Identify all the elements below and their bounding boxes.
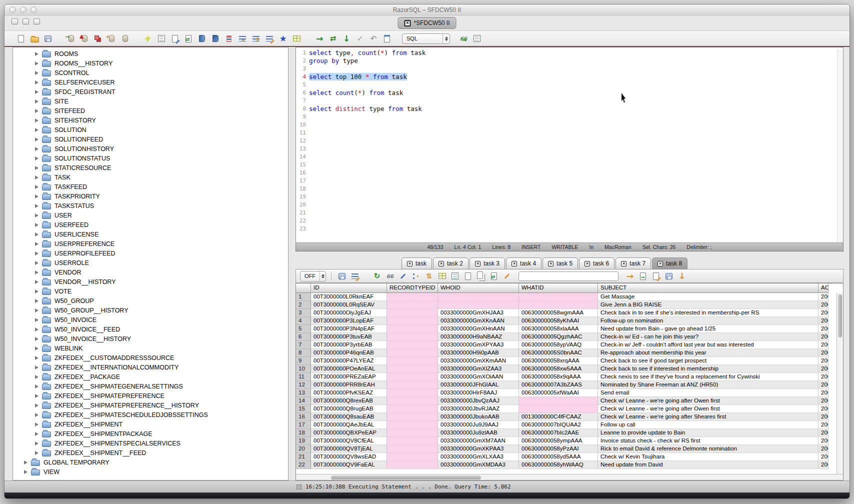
- tree-view-icon[interactable]: [410, 270, 422, 282]
- preferences-icon[interactable]: [156, 33, 167, 44]
- editor-vertical-scrollbar[interactable]: [837, 49, 843, 242]
- sql-line-3[interactable]: [309, 65, 837, 73]
- cell-whatid[interactable]: 006300000058ympAAA: [519, 437, 598, 445]
- cell-rownum[interactable]: 11: [296, 373, 311, 381]
- cell-subject[interactable]: Leanne to provide update to Bain: [598, 429, 818, 437]
- cell-subject[interactable]: Need update from Bain - gave go ahead 1/…: [598, 325, 818, 333]
- book-icon[interactable]: [196, 33, 208, 44]
- close-tab-icon[interactable]: ×: [475, 261, 480, 266]
- disclosure-triangle-icon[interactable]: [35, 413, 38, 417]
- cell-rownum[interactable]: 9: [296, 357, 311, 365]
- cell-rownum[interactable]: 7: [296, 341, 311, 349]
- tree-item-vendor-history[interactable]: VENDOR__HISTORY: [13, 277, 288, 286]
- disclosure-triangle-icon[interactable]: [35, 80, 38, 84]
- cell-ac[interactable]: 200: [818, 453, 828, 461]
- tree-item-zkfedex-internationalcommodity[interactable]: ZKFEDEX__INTERNATIONALCOMMODITY: [13, 362, 288, 372]
- disclosure-triangle-icon[interactable]: [35, 156, 38, 160]
- cell-id[interactable]: 00T3000000Q8sauEAB: [311, 413, 387, 421]
- disclosure-triangle-icon[interactable]: [35, 337, 38, 341]
- cell-whoid[interactable]: 0033000000GmXOiAAN: [438, 373, 519, 381]
- sql-line-6[interactable]: select count(*) from task: [309, 89, 837, 97]
- cell-recordtypeid[interactable]: [387, 389, 438, 397]
- cell-rownum[interactable]: 1: [296, 293, 311, 301]
- sql-line-16[interactable]: [309, 169, 837, 177]
- tree-item-w50-group-history[interactable]: W50_GROUP__HISTORY: [13, 306, 288, 315]
- disclosure-triangle-icon[interactable]: [35, 242, 38, 246]
- cell-subject[interactable]: Check back to see if interested in membe…: [598, 365, 818, 373]
- disclosure-triangle-icon[interactable]: [35, 308, 38, 312]
- cell-whoid[interactable]: 0033000000GmXHJAA3: [438, 309, 519, 317]
- column-header-rownum[interactable]: [296, 284, 311, 293]
- sql-line-4[interactable]: select top 100 * from task: [309, 73, 837, 81]
- column-header-id[interactable]: ID: [311, 284, 387, 293]
- cell-whatid[interactable]: 00630000007bIQUAA2: [519, 421, 598, 429]
- cell-rownum[interactable]: 18: [296, 429, 311, 437]
- disclosure-triangle-icon[interactable]: [35, 394, 38, 398]
- cell-ac[interactable]: 200: [818, 405, 828, 413]
- cell-rownum[interactable]: 20: [296, 445, 311, 453]
- disclosure-triangle-icon[interactable]: [35, 451, 38, 455]
- tree-item-w50-invoice-history[interactable]: W50_INVOICE__HISTORY: [13, 334, 288, 344]
- tree-item-site[interactable]: SITE: [13, 96, 288, 106]
- cell-whatid[interactable]: 006300000058xlaAAA: [519, 325, 598, 333]
- cell-subject[interactable]: Follow-up on nomination: [598, 317, 818, 325]
- cell-subject[interactable]: Need update from David: [598, 461, 818, 469]
- download-icon[interactable]: ↓: [676, 270, 688, 282]
- title-bar[interactable]: RazorSQL – SFDCW50 II: [4, 4, 850, 16]
- cell-ac[interactable]: 200: [818, 389, 828, 397]
- column-header-ac[interactable]: AC: [818, 284, 828, 293]
- table-horizontal-scrollbar[interactable]: [296, 474, 843, 480]
- sql-line-18[interactable]: [309, 185, 837, 193]
- sql-line-2[interactable]: group by type: [309, 57, 837, 65]
- export-results-icon[interactable]: →: [638, 270, 648, 282]
- disclosure-triangle-icon[interactable]: [35, 223, 38, 227]
- result-tab-task-8[interactable]: ×task 8: [652, 258, 688, 270]
- result-tab-task-5[interactable]: ×task 5: [542, 258, 578, 270]
- close-tab-icon[interactable]: ×: [407, 261, 412, 266]
- cell-recordtypeid[interactable]: [387, 453, 438, 461]
- close-tab-icon[interactable]: ×: [621, 261, 626, 266]
- cell-rownum[interactable]: 2: [296, 301, 311, 309]
- result-tab-task-3[interactable]: ×task 3: [470, 258, 505, 270]
- sql-line-11[interactable]: [309, 129, 837, 137]
- disclosure-triangle-icon[interactable]: [35, 318, 38, 322]
- cell-recordtypeid[interactable]: [387, 405, 438, 413]
- cell-whatid[interactable]: 006300000058xrqAAA: [519, 357, 598, 365]
- cell-whoid[interactable]: 0033000000H9aNBAAZ: [438, 333, 519, 341]
- result-tab-task-2[interactable]: ×task 2: [433, 258, 468, 270]
- list-icon[interactable]: [224, 33, 234, 44]
- view-results-icon[interactable]: 66→: [458, 33, 469, 44]
- filter-icon[interactable]: [350, 270, 360, 282]
- cell-subject[interactable]: Invoice status check - check w/ RS first: [598, 437, 818, 445]
- cell-whoid[interactable]: [438, 293, 519, 301]
- disclosure-triangle-icon[interactable]: [35, 147, 38, 151]
- disclosure-triangle-icon[interactable]: [35, 194, 38, 198]
- cell-id[interactable]: 00T3000000L0RqSEAV: [311, 301, 387, 309]
- cell-whatid[interactable]: 006300000058yd5AAA: [519, 453, 598, 461]
- cell-id[interactable]: 00T3000000P3tuvEAB: [311, 333, 387, 341]
- describe-icon[interactable]: [472, 33, 482, 44]
- disclosure-triangle-icon[interactable]: [24, 460, 28, 464]
- close-tab-icon[interactable]: ×: [512, 261, 517, 266]
- column-header-subject[interactable]: SUBJECT: [598, 284, 818, 293]
- transpose-icon[interactable]: ⇄: [488, 270, 500, 282]
- cell-subject[interactable]: Check w/ Kevin Tsujihara: [598, 453, 818, 461]
- horizontal-scroll-thumb[interactable]: [331, 476, 481, 480]
- disclosure-triangle-icon[interactable]: [35, 118, 38, 122]
- tree-item-task[interactable]: TASK: [13, 172, 288, 182]
- tree-item-w50-group[interactable]: W50_GROUP: [13, 296, 288, 306]
- cell-id[interactable]: 00T3000000P3LopEAF: [311, 317, 387, 325]
- format-sql-icon[interactable]: $: [250, 33, 262, 44]
- cell-whatid[interactable]: 006300000058ypVAAQ: [519, 341, 598, 349]
- tree-splitter[interactable]: [288, 47, 296, 480]
- cell-whoid[interactable]: 0033000000GmXMDAA3: [438, 461, 519, 469]
- tree-item-userprofilefeed[interactable]: USERPROFILEFEED: [13, 248, 288, 258]
- cell-id[interactable]: 00T3000000Q8rexEAB: [311, 397, 387, 405]
- cell-ac[interactable]: 200: [818, 301, 828, 309]
- cell-whoid[interactable]: 0033000000GmXKPAA3: [438, 445, 519, 453]
- column-header-whoid[interactable]: WHOID: [438, 284, 519, 293]
- cell-recordtypeid[interactable]: [387, 397, 438, 405]
- tree-item-w50-invoice-feed[interactable]: W50_INVOICE__FEED: [13, 324, 288, 334]
- close-document-icon[interactable]: ×: [404, 20, 410, 26]
- cell-id[interactable]: 00T3000000OiyJgEAJ: [311, 309, 387, 317]
